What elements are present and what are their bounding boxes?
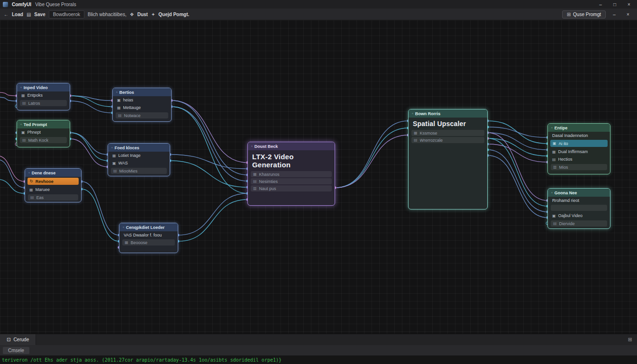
row-icon: ↻ [30,179,33,183]
node-slot-row: ▦Maruee [25,186,81,193]
console-tab-bar: ⊡ Cerude ⊞ [0,334,637,345]
node-slot-row: ▦Dual Inffirmsam [548,148,610,155]
row-label: Mettauge [123,105,141,110]
row-icon: ▤ [113,169,117,173]
load-button[interactable]: Load [12,12,23,17]
row-icon: ▤ [552,157,556,162]
row-label: Entpoks [27,93,43,98]
row-icon: ▣ [117,98,121,102]
node-header[interactable]: ◦Doust Beck [248,142,335,150]
node-title: Ted Prompt [24,122,47,127]
row-label: heias [123,98,134,102]
node-spatial-upscaler[interactable]: ◦Bown RorrisSpatial Upscaler▦Kssmose▤Wre… [408,109,488,209]
toolbar-close-icon[interactable]: × [623,12,633,17]
row-icon: ▦ [414,131,418,135]
node-widget[interactable]: ▥Mios [551,164,607,170]
row-icon: ▦ [112,154,116,158]
node-widget[interactable]: ▦Kssmose [411,130,484,136]
row-icon: ▦ [21,93,25,98]
node-goona-nee[interactable]: ◦Goona NeeRrohamd rieot▣Oajbul Video▤Die… [547,188,610,229]
collapse-icon[interactable]: ◦ [251,144,253,148]
toolbar-minimize-icon[interactable]: – [609,12,619,17]
node-header[interactable]: ◦Ted Prompt [17,120,70,128]
node-widget[interactable]: ▤Nesimties [251,178,332,184]
node-widget[interactable]: ▤MiooMies [111,168,167,174]
node-graph-canvas[interactable]: ◦Inped Video▦Entpoks▤Latros◦Ted Prompt▣P… [0,20,637,334]
node-selected-row[interactable]: ▣Ai ito [550,140,608,147]
node-inped-video[interactable]: ◦Inped Video▦Entpoks▤Latros [17,83,70,110]
panel-toggle-icon[interactable]: ⊞ [628,337,632,343]
node-widget[interactable] [551,205,607,211]
node-bertios[interactable]: ◦Bertios▣heias▦Mettauge▤Notwace [112,88,172,122]
save-icon[interactable]: ▤ [27,12,31,17]
node-widget[interactable]: ▦Beooose [122,239,175,246]
row-label: Lotiet Inage [118,153,141,158]
node-bene-dnese[interactable]: ◦Dene dnese↻Revhooe▦Maruee▤Eas [25,168,82,202]
minimize-button[interactable]: – [595,2,606,7]
collapse-icon[interactable]: ◦ [28,171,30,175]
node-widget[interactable]: ▦Khasrunos [251,171,332,177]
node-title: Inped Video [24,85,48,90]
app-name: ComfyUI [12,2,31,7]
row-label: Notwace [124,113,141,118]
row-label: Eas [36,195,44,200]
node-widget[interactable]: ▤Diervide [551,220,607,227]
node-header[interactable]: ◦Entipe [548,124,610,132]
console-tab[interactable]: ⊡ Cerude [0,334,36,345]
node-ltx2[interactable]: ◦Doust BeckLTX-2 Video Generation▦Khasru… [247,142,335,206]
back-icon[interactable]: ← [4,12,9,17]
collapse-icon[interactable]: ◦ [20,122,22,127]
collapse-icon[interactable]: ◦ [20,85,22,90]
console-log-line: teriveron /ott Ehs ader stja aoss. (2011… [0,355,637,364]
node-text-row: Dasal Inadenneton [548,132,610,139]
node-entipe[interactable]: ◦EntipeDasal Inadenneton▣Ai ito▦Dual Inf… [547,123,610,174]
collapse-icon[interactable]: ◦ [116,90,118,94]
console-label[interactable]: Cmsele [3,347,29,354]
hand-icon[interactable]: ✦ [151,12,155,17]
node-header[interactable]: ◦Cenqpkdiet Loeder [119,223,178,231]
node-header[interactable]: ◦Inped Video [17,83,70,91]
node-widget[interactable]: ▤Math Kock [20,137,67,143]
dust-button[interactable]: Dust [137,12,148,17]
row-icon: ▦ [253,172,257,176]
console-tab-label: Cerude [13,337,29,342]
row-label: Wrerrozcale [420,138,443,143]
collapse-icon[interactable]: ◦ [551,191,553,195]
quejd-button[interactable]: Quejd Pomgt. [158,12,189,17]
maximize-button[interactable]: □ [610,2,620,7]
node-header[interactable]: ◦Foed kloces [108,144,170,152]
node-header[interactable]: ◦Bertios [113,88,171,96]
queue-prompt-button[interactable]: ⊞ Quse Promgt [562,10,606,18]
row-icon: ▤ [118,113,122,118]
row-label: Maruee [36,187,50,192]
node-foed-kloces[interactable]: ◦Foed kloces▦Lotiet Inage▣WAS▤MiooMies [108,143,170,176]
node-header[interactable]: ◦Dene dnese [25,169,81,177]
node-widget[interactable]: ▤Notwace [116,112,168,118]
workflow-field[interactable]: Bowdlvoerok [49,10,84,18]
node-header[interactable]: ◦Bown Rorris [409,109,487,118]
row-icon: ▣ [553,141,556,146]
toolbar-status-text: Blich wbhacitiibes, [88,12,127,17]
collapse-icon[interactable]: ◦ [551,126,553,130]
row-icon: ▦ [125,240,128,245]
row-label: Kssmose [420,131,437,136]
collapse-icon[interactable]: ◦ [123,225,124,229]
node-widget[interactable]: ▤Eas [28,194,78,200]
close-button[interactable]: × [624,2,634,7]
collapse-icon[interactable]: ◦ [412,111,413,116]
node-selected-row[interactable]: ↻Revhooe [27,178,79,185]
node-conspkciet-loeder[interactable]: ◦Cenqpkdiet LoederVAS Dwaalor f. foou▦Be… [119,223,178,253]
row-label: Revhooe [36,179,54,184]
queue-icon: ⊞ [567,12,571,17]
row-label: Nesimties [259,179,278,184]
node-widget[interactable]: ▤Latros [20,100,67,106]
collapse-icon[interactable]: ◦ [111,146,113,150]
node-widget[interactable]: ▥Naut pus [251,185,332,191]
node-header[interactable]: ◦Goona Nee [548,189,610,197]
thumb-icon[interactable]: ❖ [130,12,134,17]
save-button[interactable]: Save [34,12,45,17]
toolbar: ← Load ▤ Save Bowdlvoerok Blich wbhaciti… [0,9,637,20]
node-ted-prompt[interactable]: ◦Ted Prompt▣Phnept▤Math Kock [17,120,70,147]
node-widget[interactable]: ▤Wrerrozcale [411,137,484,143]
row-icon: ▣ [21,130,25,135]
